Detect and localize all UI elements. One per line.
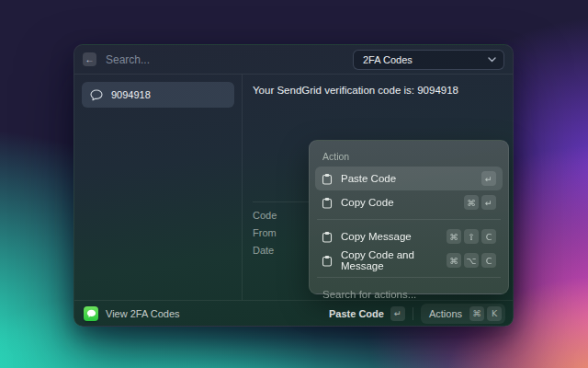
action-item-copy-code[interactable]: Copy Code ⌘ ↵ bbox=[315, 190, 503, 214]
actions-menu-label: Actions bbox=[429, 308, 462, 319]
action-item-copy-code-and-message[interactable]: Copy Code and Message ⌘ ⌥ C bbox=[315, 248, 503, 272]
action-item-label: Copy Code and Message bbox=[341, 249, 438, 271]
search-input[interactable] bbox=[106, 53, 353, 66]
action-search-input[interactable] bbox=[315, 282, 503, 302]
list-item-code[interactable]: 9094918 bbox=[82, 82, 234, 108]
action-panel-divider bbox=[317, 277, 501, 278]
status-bar-separator bbox=[413, 307, 413, 320]
messages-app-icon bbox=[84, 306, 98, 321]
cmd-keycap: ⌘ bbox=[464, 195, 479, 210]
cmd-keycap: ⌘ bbox=[447, 253, 461, 268]
status-bar: View 2FA Codes Paste Code ↵ Actions ⌘ K bbox=[74, 300, 513, 326]
message-bubble-icon bbox=[90, 89, 103, 101]
primary-action-button[interactable]: Paste Code bbox=[329, 308, 384, 319]
back-arrow-icon: ← bbox=[85, 55, 95, 64]
clipboard-icon bbox=[322, 255, 333, 267]
return-keycap: ↵ bbox=[390, 306, 405, 321]
k-keycap: K bbox=[487, 306, 502, 321]
c-keycap: C bbox=[481, 253, 496, 268]
return-keycap: ↵ bbox=[481, 171, 496, 186]
action-item-label: Copy Code bbox=[341, 197, 394, 208]
shift-keycap: ⇧ bbox=[464, 229, 479, 244]
shortcut-keys: ⌘ ⌥ C bbox=[447, 253, 496, 268]
return-keycap: ↵ bbox=[481, 195, 496, 210]
action-panel-divider bbox=[317, 219, 501, 220]
dropdown-selected-label: 2FA Codes bbox=[363, 54, 413, 65]
action-item-copy-message[interactable]: Copy Message ⌘ ⇧ C bbox=[315, 224, 503, 248]
shortcut-keys: ⌘ ⇧ C bbox=[447, 229, 496, 244]
shortcut-keys: ↵ bbox=[481, 171, 496, 186]
chevron-down-icon bbox=[488, 57, 496, 63]
clipboard-icon bbox=[322, 173, 333, 185]
message-text: Your SendGrid verification code is: 9094… bbox=[253, 84, 503, 97]
option-keycap: ⌥ bbox=[464, 253, 479, 268]
clipboard-icon bbox=[322, 231, 333, 243]
clipboard-icon bbox=[322, 197, 333, 209]
cmd-keycap: ⌘ bbox=[469, 306, 484, 321]
results-list: 9094918 bbox=[74, 75, 243, 300]
action-item-paste-code[interactable]: Paste Code ↵ bbox=[315, 167, 503, 190]
status-bar-actions: Paste Code ↵ Actions ⌘ K bbox=[329, 304, 505, 324]
cmd-keycap: ⌘ bbox=[447, 229, 461, 244]
action-item-label: Copy Message bbox=[341, 231, 412, 242]
status-app-label: View 2FA Codes bbox=[106, 308, 180, 319]
back-button[interactable]: ← bbox=[83, 52, 96, 66]
c-keycap: C bbox=[481, 229, 496, 244]
list-item-label: 9094918 bbox=[111, 89, 151, 100]
top-bar: ← 2FA Codes bbox=[74, 45, 513, 75]
extension-dropdown[interactable]: 2FA Codes bbox=[353, 50, 504, 70]
action-panel: Action Paste Code ↵ Copy Code ⌘ ↵ Copy M… bbox=[309, 140, 509, 294]
shortcut-keys: ⌘ ↵ bbox=[464, 195, 496, 210]
actions-menu-button[interactable]: Actions ⌘ K bbox=[421, 304, 505, 324]
action-panel-header: Action bbox=[315, 145, 503, 167]
action-item-label: Paste Code bbox=[341, 173, 396, 184]
desktop: { "window": { "search_placeholder": "Sea… bbox=[0, 0, 588, 368]
